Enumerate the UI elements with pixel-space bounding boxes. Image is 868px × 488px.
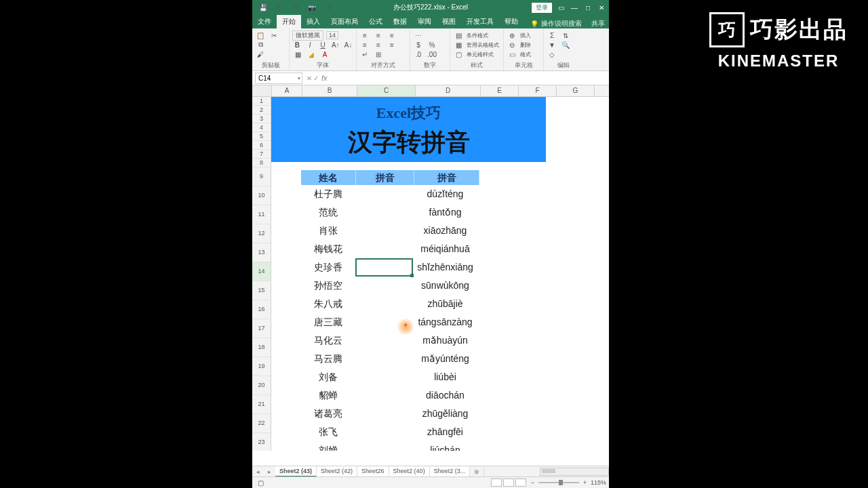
row-header[interactable]: 12 (252, 224, 271, 243)
row-header[interactable]: 22 (252, 414, 271, 433)
row-header[interactable]: 2 (252, 106, 271, 115)
row-header[interactable]: 11 (252, 205, 271, 224)
cell-name[interactable]: 唐三藏 (301, 317, 355, 329)
format-icon[interactable]: ▭ (507, 49, 517, 60)
cell-pinyin[interactable]: zhūbājiè (413, 298, 477, 309)
save-icon[interactable]: 💾 (258, 2, 269, 13)
tab-公式[interactable]: 公式 (363, 15, 388, 28)
format-painter-icon[interactable]: 🖌 (255, 49, 266, 60)
tab-开发工具[interactable]: 开发工具 (461, 15, 499, 28)
cell-name[interactable]: 诸葛亮 (301, 408, 355, 420)
col-header-E[interactable]: E (481, 85, 519, 96)
font-size[interactable]: 14 (326, 31, 338, 39)
cancel-fx-icon[interactable]: ✕ (307, 75, 312, 82)
row-header[interactable]: 13 (252, 243, 271, 262)
sheet-tab[interactable]: Sheet2 (43) (275, 466, 317, 477)
cell-pinyin[interactable]: liúbèi (413, 371, 477, 382)
add-sheet-button[interactable]: ⊕ (470, 467, 484, 476)
sheet-nav-prev-icon[interactable]: ◂ (252, 468, 264, 475)
row-header[interactable]: 6 (252, 141, 271, 150)
col-header-D[interactable]: D (416, 85, 481, 96)
cell-pinyin[interactable]: shǐzhēnxiāng (413, 262, 477, 272)
cell-pinyin[interactable]: fàntǒng (413, 207, 477, 218)
cell-pinyin[interactable]: xiāozhāng (413, 225, 477, 236)
font-grow-icon[interactable]: A↑ (330, 39, 340, 50)
cell-name[interactable]: 马化云 (301, 335, 355, 347)
sheet-tab[interactable]: Sheet2 (40) (389, 466, 430, 477)
clear-icon[interactable]: ◇ (547, 49, 557, 60)
sheet-nav-next-icon[interactable]: ▸ (264, 468, 275, 475)
row-header[interactable]: 7 (252, 150, 271, 159)
maximize-icon[interactable]: □ (583, 4, 593, 12)
tab-开始[interactable]: 开始 (277, 15, 301, 28)
find-icon[interactable]: 🔍 (560, 39, 571, 50)
align-right-icon[interactable]: ≡ (387, 39, 397, 50)
cell-pinyin[interactable]: mǎhuàyún (413, 335, 477, 346)
font-name[interactable]: 微软雅黑 (292, 30, 323, 41)
merge-icon[interactable]: ⊞ (373, 49, 384, 60)
decimal-inc-icon[interactable]: .0 (413, 49, 424, 60)
tab-数据[interactable]: 数据 (388, 15, 412, 28)
font-shrink-icon[interactable]: A↓ (343, 39, 353, 50)
tab-审阅[interactable]: 审阅 (412, 15, 437, 28)
row-header[interactable]: 3 (252, 115, 271, 123)
tab-页面布局[interactable]: 页面布局 (326, 15, 363, 28)
h-scrollbar[interactable] (540, 468, 609, 476)
row-header[interactable]: 1 (252, 97, 271, 106)
cell-pinyin[interactable]: zhāngfēi (413, 426, 477, 437)
cell-name[interactable]: 貂蝉 (301, 390, 355, 402)
cell-style-icon[interactable]: ▢ (453, 49, 464, 60)
col-header-F[interactable]: F (519, 85, 557, 96)
cell-name[interactable]: 梅钱花 (301, 243, 355, 256)
row-header[interactable]: 5 (252, 132, 271, 141)
border-icon[interactable]: ▦ (292, 49, 303, 60)
zoom-slider[interactable] (538, 482, 579, 483)
record-macro-icon[interactable]: ▢ (255, 477, 266, 488)
ribbon-opts-icon[interactable]: ▭ (556, 4, 566, 12)
undo-icon[interactable]: ↶ (274, 2, 285, 13)
cell-pinyin[interactable]: sūnwùkōng (413, 280, 477, 291)
row-header[interactable]: 23 (252, 433, 271, 451)
col-header-C[interactable]: C (357, 85, 416, 96)
row-header[interactable]: 14 (252, 262, 271, 281)
tab-文件[interactable]: 文件 (252, 15, 277, 28)
normal-view-icon[interactable] (491, 479, 502, 487)
row-header[interactable]: 15 (252, 281, 271, 300)
enter-fx-icon[interactable]: ✓ (313, 75, 319, 82)
cell-name[interactable]: 刘备 (301, 371, 355, 384)
login-button[interactable]: 登录 (532, 3, 552, 13)
row-header[interactable]: 16 (252, 300, 271, 319)
zoom-level[interactable]: 115% (591, 479, 606, 486)
minimize-icon[interactable]: — (570, 4, 579, 12)
cell-pinyin[interactable]: méiqiánhuā (413, 243, 477, 254)
row-header[interactable]: 20 (252, 376, 271, 395)
camera-icon[interactable]: 📷 (307, 2, 317, 13)
cell-name[interactable]: 范统 (301, 207, 355, 219)
cell-name[interactable]: 孙悟空 (301, 280, 355, 292)
row-header[interactable]: 19 (252, 357, 271, 376)
worksheet-grid[interactable]: 123456789101112131415161718192021222324 … (252, 97, 609, 451)
select-all-corner[interactable] (252, 85, 272, 96)
cut-icon[interactable]: ✂ (269, 30, 279, 41)
cell-pinyin[interactable]: zhūgěliàng (413, 408, 477, 419)
cell-pinyin[interactable]: diāochán (413, 390, 477, 401)
cell-name[interactable]: 肖张 (301, 225, 355, 237)
redo-icon[interactable]: ↷ (290, 2, 301, 13)
share-button[interactable]: 共享 (591, 19, 605, 28)
row-header[interactable]: 9 (252, 167, 271, 186)
cell-name[interactable]: 朱八戒 (301, 298, 355, 310)
cell-pinyin[interactable]: mǎyúnténg (413, 353, 477, 364)
col-header-B[interactable]: B (302, 85, 357, 96)
cell-name[interactable]: 史珍香 (301, 262, 355, 274)
cell-name[interactable]: 马云腾 (301, 353, 355, 365)
row-header[interactable]: 18 (252, 338, 271, 357)
cell-pinyin[interactable]: tángsānzàng (413, 317, 477, 327)
formula-input[interactable] (330, 73, 609, 83)
selected-cell[interactable] (355, 258, 413, 277)
cell-name[interactable]: 张飞 (301, 426, 355, 439)
col-header-A[interactable]: A (272, 85, 302, 96)
fx-icon[interactable]: fx (321, 74, 328, 82)
sheet-tab[interactable]: Sheet2 (42) (317, 466, 357, 477)
cell-name[interactable]: 杜子腾 (301, 188, 355, 201)
fill-color-icon[interactable]: ◢ (306, 49, 317, 60)
